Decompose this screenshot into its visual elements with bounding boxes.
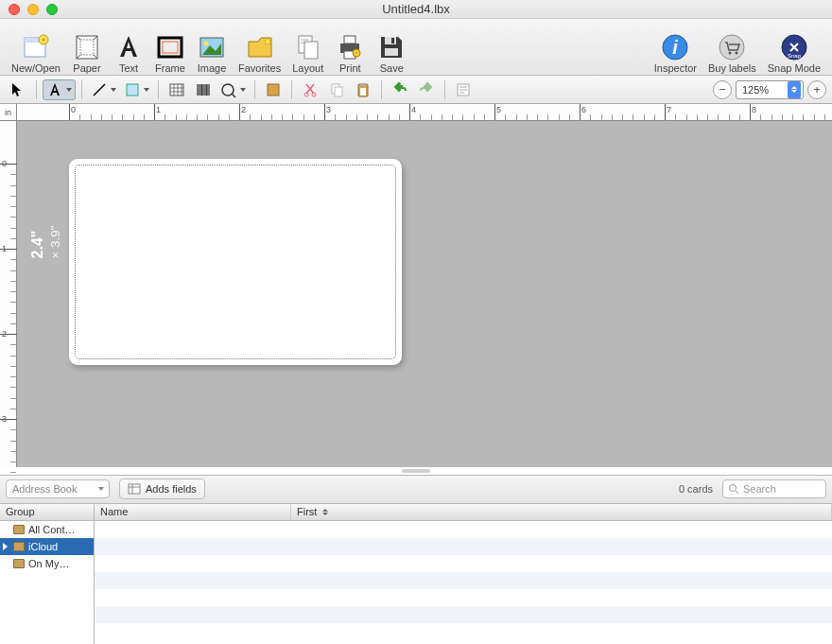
data-rows [95, 521, 832, 644]
group-item[interactable]: All Cont… [0, 521, 94, 538]
data-source-select[interactable]: Address Book [6, 479, 110, 498]
shape-tool[interactable] [121, 79, 152, 100]
table-row[interactable] [95, 589, 832, 606]
zoom-in-button[interactable]: + [807, 80, 826, 99]
text-button[interactable]: Text [108, 21, 149, 74]
line-tool[interactable] [88, 79, 119, 100]
ruler-unit-label: in [0, 104, 17, 120]
svg-point-23 [736, 51, 738, 54]
secondary-toolbar: − 125% + [0, 76, 832, 104]
svg-rect-38 [360, 88, 366, 96]
inspector-label: Inspector [654, 62, 697, 74]
table-row[interactable] [95, 538, 832, 555]
workspace: in 0123456789 0123 2.4"× 3.9" Address Bo… [0, 104, 832, 644]
table-row[interactable] [95, 623, 832, 640]
label-dimensions: 2.4"× 3.9" [29, 226, 63, 259]
symbol-tool[interactable] [217, 79, 249, 100]
svg-rect-35 [335, 87, 342, 96]
ruler-vertical[interactable]: 0123 [0, 121, 17, 467]
layout-button[interactable]: Layout [286, 21, 329, 74]
folder-icon [13, 525, 25, 534]
svg-rect-31 [268, 84, 279, 96]
svg-rect-27 [127, 84, 138, 96]
window-titlebar: Untitled4.lbx [0, 0, 832, 19]
group-item[interactable]: On My… [0, 555, 94, 572]
svg-line-30 [232, 94, 235, 97]
zoom-stepper-icon [788, 81, 801, 98]
table-row[interactable] [95, 572, 832, 589]
svg-point-21 [719, 35, 744, 60]
cut-button[interactable] [298, 79, 322, 100]
image-icon [197, 32, 227, 62]
svg-rect-13 [344, 36, 355, 44]
svg-rect-17 [385, 48, 398, 56]
pointer-tool[interactable] [6, 79, 30, 100]
search-input[interactable]: Search [722, 479, 826, 498]
layout-label: Layout [292, 62, 323, 74]
database-panel: Address Book Adds fields 0 cards Search … [0, 475, 832, 644]
svg-line-42 [736, 491, 738, 494]
new-open-label: New/Open [11, 62, 61, 74]
zoom-level-select[interactable]: 125% [736, 80, 804, 99]
details-column: Name First [95, 504, 832, 644]
fields-icon [128, 482, 141, 496]
name-header[interactable]: Name [95, 504, 291, 521]
svg-rect-6 [163, 42, 178, 53]
undo-button[interactable] [388, 79, 412, 100]
buy-labels-label: Buy labels [708, 62, 756, 74]
print-icon [335, 32, 365, 62]
ruler-horizontal[interactable]: in 0123456789 [0, 104, 832, 121]
background-tool[interactable] [261, 79, 286, 100]
favorites-label: Favorites [238, 62, 281, 74]
new-open-button[interactable]: New/Open [6, 21, 66, 74]
save-button[interactable]: Save [371, 21, 412, 74]
buy-labels-button[interactable]: Buy labels [702, 21, 762, 74]
svg-rect-18 [391, 38, 394, 44]
first-header[interactable]: First [291, 504, 832, 521]
group-item[interactable]: iCloud [0, 538, 94, 555]
snap-mode-button[interactable]: Snap Snap Mode [762, 21, 826, 74]
copy-button[interactable] [324, 79, 349, 100]
frame-button[interactable]: Frame [149, 21, 191, 74]
print-button[interactable]: Print [329, 21, 371, 74]
paper-button[interactable]: Paper [66, 21, 108, 74]
redo-button[interactable] [414, 79, 439, 100]
paste-button[interactable] [351, 79, 375, 100]
image-button[interactable]: Image [191, 21, 233, 74]
label-card[interactable] [69, 159, 402, 365]
table-row[interactable] [95, 555, 832, 572]
groups-column: Group All Cont…iCloudOn My… [0, 504, 95, 644]
main-toolbar: New/Open Paper Text Frame Image Favorite… [0, 19, 832, 76]
table-tool[interactable] [165, 79, 189, 100]
canvas[interactable]: 2.4"× 3.9" [17, 121, 832, 467]
adds-fields-button[interactable]: Adds fields [119, 479, 205, 499]
groups-header[interactable]: Group [0, 504, 94, 521]
text-tool[interactable] [43, 79, 76, 100]
favorites-button[interactable]: Favorites [233, 21, 286, 74]
zoom-out-button[interactable]: − [713, 80, 732, 99]
favorites-icon [245, 32, 275, 62]
inspector-button[interactable]: i Inspector [649, 21, 702, 74]
frame-icon [155, 32, 185, 62]
group-item-label: iCloud [28, 541, 58, 552]
table-row[interactable] [95, 521, 832, 538]
svg-point-9 [203, 41, 208, 45]
save-label: Save [380, 62, 404, 74]
barcode-tool[interactable] [191, 79, 216, 100]
database-toolbar: Address Book Adds fields 0 cards Search [0, 476, 832, 504]
svg-text:Snap: Snap [788, 53, 802, 59]
snap-mode-label: Snap Mode [768, 62, 821, 74]
window-title: Untitled4.lbx [0, 2, 832, 16]
table-row[interactable] [95, 606, 832, 623]
sort-indicator-icon [322, 509, 328, 515]
text-label: Text [119, 62, 138, 74]
new-open-icon [21, 32, 51, 62]
svg-rect-40 [129, 484, 140, 494]
svg-rect-16 [385, 37, 396, 44]
shopping-icon [717, 32, 747, 62]
svg-line-26 [94, 84, 105, 96]
panel-resize-handle[interactable] [0, 467, 832, 475]
svg-rect-11 [304, 42, 318, 59]
align-tool[interactable] [451, 79, 476, 100]
snap-icon: Snap [779, 32, 809, 62]
